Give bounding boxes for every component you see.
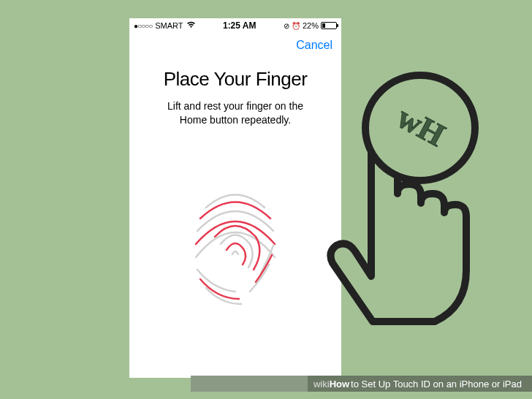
status-left: ●○○○○ SMART: [134, 21, 196, 30]
fingerprint-icon: [184, 186, 286, 310]
iphone-screen: ●○○○○ SMART 1:25 AM ⊘ ⏰ 22% Cancel Place…: [129, 18, 341, 378]
page-subtitle: Lift and rest your finger on the Home bu…: [140, 99, 331, 127]
page-title: Place Your Finger: [140, 68, 331, 91]
content-area: Place Your Finger Lift and rest your fin…: [129, 55, 341, 310]
wikihow-watermark: wH: [392, 99, 451, 153]
caption-wiki: wiki: [314, 379, 330, 390]
status-right: ⊘ ⏰ 22%: [284, 21, 337, 30]
battery-icon: [321, 22, 337, 29]
caption-article-title: to Set Up Touch ID on an iPhone or iPad: [351, 379, 522, 390]
carrier-label: SMART: [155, 21, 183, 30]
svg-text:wH: wH: [392, 99, 451, 153]
nav-bar: Cancel: [129, 33, 341, 55]
orientation-lock-icon: ⊘: [284, 22, 289, 30]
caption-how: How: [330, 379, 349, 390]
caption-text: wikiHow to Set Up Touch ID on an iPhone …: [308, 376, 532, 392]
signal-strength: ●○○○○: [134, 22, 152, 30]
caption-bar: wikiHow to Set Up Touch ID on an iPhone …: [191, 376, 532, 392]
alarm-icon: ⏰: [292, 22, 300, 30]
subtitle-line-2: Home button repeatedly.: [180, 114, 291, 126]
status-time: 1:25 AM: [223, 20, 256, 31]
fingerprint-container: [140, 186, 331, 310]
caption-stub: [191, 376, 308, 392]
battery-percentage: 22%: [303, 21, 319, 30]
status-bar: ●○○○○ SMART 1:25 AM ⊘ ⏰ 22%: [129, 18, 341, 33]
subtitle-line-1: Lift and rest your finger on the: [167, 100, 303, 112]
svg-point-0: [365, 75, 475, 180]
cancel-button[interactable]: Cancel: [296, 39, 332, 52]
wifi-icon: [186, 21, 196, 30]
